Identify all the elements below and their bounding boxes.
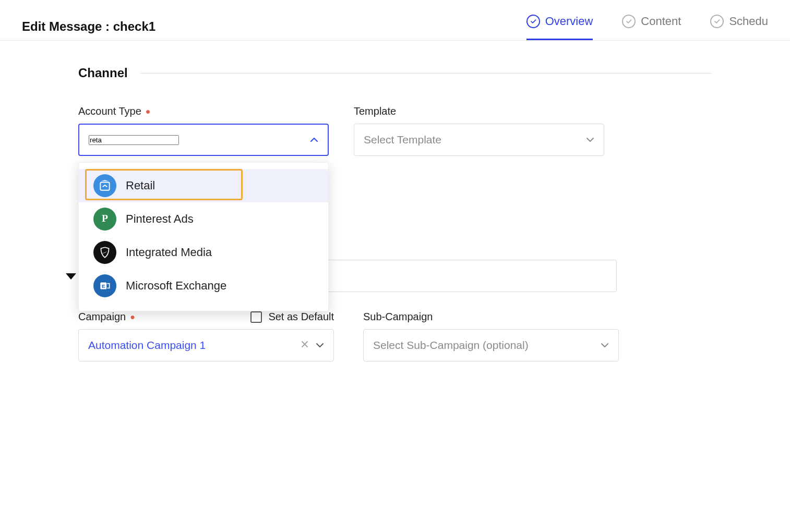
caret-down-icon (66, 273, 76, 280)
tab-label: Overview (545, 15, 593, 28)
account-type-input[interactable] (89, 135, 179, 145)
megaphone-icon (93, 174, 116, 197)
swoosh-shield-icon (93, 241, 116, 264)
dropdown-option-integrated-media[interactable]: Integrated Media (79, 236, 328, 269)
check-circle-icon (622, 15, 636, 28)
svg-rect-0 (100, 183, 109, 190)
tab-label: Content (641, 15, 681, 28)
required-indicator: ● (146, 107, 151, 116)
sub-campaign-select[interactable]: Select Sub-Campaign (optional) (363, 329, 619, 361)
template-placeholder: Select Template (364, 134, 441, 146)
channel-section-heading: Channel (78, 66, 712, 80)
svg-text:P: P (102, 213, 108, 224)
chevron-up-icon (310, 136, 318, 144)
account-type-dropdown: Retail P Pinterest Ads (78, 162, 329, 311)
chevron-down-icon (601, 341, 609, 349)
section-collapse-caret[interactable] (66, 273, 76, 280)
tab-overview[interactable]: Overview (526, 13, 593, 40)
tab-scheduling[interactable]: Schedu (710, 13, 768, 40)
chevron-down-icon (316, 341, 324, 349)
svg-text:E: E (102, 283, 105, 289)
check-circle-icon (710, 15, 724, 28)
dropdown-option-label: Retail (126, 179, 155, 192)
step-tabs: Overview Content Schedu (526, 13, 768, 40)
exchange-icon: E (93, 274, 116, 297)
chevron-down-icon (586, 136, 594, 144)
main-content: Channel Account Type ● (0, 41, 790, 382)
pinterest-icon: P (93, 208, 116, 231)
set-default-checkbox[interactable]: Set as Default (250, 311, 334, 323)
channel-heading: Channel (78, 66, 128, 80)
check-circle-icon (526, 15, 540, 28)
tab-label: Schedu (729, 15, 768, 28)
page-header: Edit Message : check1 Overview Content S… (0, 0, 790, 41)
sub-campaign-placeholder: Select Sub-Campaign (optional) (373, 339, 529, 352)
account-type-label: Account Type ● (78, 105, 329, 117)
divider (140, 73, 712, 74)
dropdown-option-label: Integrated Media (126, 246, 212, 259)
template-select[interactable]: Select Template (354, 124, 604, 156)
campaign-select[interactable]: Automation Campaign 1 (78, 329, 334, 361)
dropdown-option-label: Pinterest Ads (126, 212, 194, 226)
dropdown-option-retail[interactable]: Retail (79, 169, 328, 202)
required-indicator: ● (130, 313, 135, 321)
account-type-select[interactable] (78, 124, 329, 156)
campaign-value: Automation Campaign 1 (88, 339, 206, 352)
page-title: Edit Message : check1 (22, 19, 155, 34)
tab-content[interactable]: Content (622, 13, 681, 40)
set-default-label: Set as Default (268, 311, 334, 323)
dropdown-option-microsoft-exchange[interactable]: E Microsoft Exchange (79, 269, 328, 303)
template-label: Template (354, 105, 604, 117)
dropdown-option-pinterest-ads[interactable]: P Pinterest Ads (79, 202, 328, 236)
campaign-label: Campaign ● (78, 311, 135, 323)
checkbox-icon (250, 311, 262, 323)
sub-campaign-label: Sub-Campaign (363, 311, 619, 323)
clear-campaign-icon[interactable] (301, 341, 308, 350)
dropdown-option-label: Microsoft Exchange (126, 279, 226, 293)
